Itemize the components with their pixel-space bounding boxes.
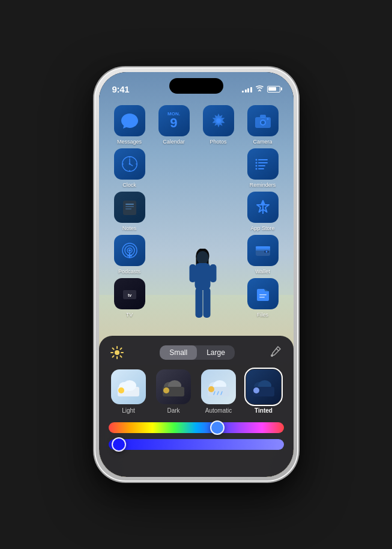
app-notes-label: Notes <box>122 225 137 231</box>
svg-point-63 <box>271 354 273 357</box>
svg-line-60 <box>120 348 121 350</box>
brightness-icon[interactable] <box>109 344 125 361</box>
dynamic-island <box>169 78 223 94</box>
app-row-2: Clock <box>107 148 285 188</box>
color-sliders <box>109 422 284 450</box>
screen: 9:41 <box>99 72 294 477</box>
svg-rect-46 <box>256 246 270 249</box>
app-files[interactable]: Files <box>243 278 283 318</box>
app-appstore-label: App Store <box>250 225 274 231</box>
saturation-slider-thumb[interactable] <box>112 437 126 452</box>
svg-point-53 <box>115 350 119 355</box>
status-icons <box>242 85 280 93</box>
app-messages-label: Messages <box>117 139 142 145</box>
svg-rect-27 <box>258 168 264 169</box>
svg-point-67 <box>118 387 124 393</box>
size-large-button[interactable]: Large <box>197 345 235 360</box>
signal-bar-4 <box>250 87 252 93</box>
app-tv-label: TV <box>126 312 133 318</box>
app-wallet-label: Wallet <box>255 268 270 274</box>
variant-light-icon <box>111 369 146 404</box>
svg-point-10 <box>216 118 221 123</box>
variant-auto-label: Automatic <box>205 407 232 414</box>
size-toggle: Small Large <box>160 345 235 360</box>
app-empty-3 <box>154 192 194 231</box>
variant-tinted-label: Tinted <box>255 407 273 414</box>
signal-bar-1 <box>242 91 244 93</box>
signal-bar-2 <box>245 89 247 93</box>
app-reminders[interactable]: Reminders <box>243 148 283 188</box>
app-empty-2 <box>199 148 238 188</box>
svg-rect-24 <box>258 159 268 160</box>
svg-line-58 <box>112 348 113 350</box>
app-calendar-label: Calendar <box>163 139 185 145</box>
size-small-button[interactable]: Small <box>160 345 197 360</box>
svg-point-31 <box>255 168 257 170</box>
app-photos-label: Photos <box>210 139 226 145</box>
app-camera-label: Camera <box>253 139 272 145</box>
svg-point-41 <box>128 249 131 252</box>
variant-light-card[interactable]: Light <box>109 369 149 414</box>
app-notes[interactable]: Notes <box>110 192 149 231</box>
svg-line-61 <box>112 356 113 357</box>
svg-point-19 <box>128 163 130 165</box>
svg-rect-32 <box>123 201 136 215</box>
svg-rect-26 <box>258 165 265 166</box>
app-empty-6 <box>199 235 238 274</box>
variant-dark-label: Dark <box>167 407 179 414</box>
svg-point-30 <box>255 165 257 167</box>
svg-rect-14 <box>260 115 266 118</box>
phone-device: 9:41 <box>94 67 298 482</box>
svg-rect-34 <box>125 206 134 207</box>
app-wallet[interactable]: Wallet <box>243 235 283 274</box>
app-empty-5 <box>154 235 194 274</box>
hue-slider-thumb[interactable] <box>210 420 225 435</box>
app-photos[interactable]: Photos <box>199 105 238 145</box>
signal-bar-3 <box>247 88 249 93</box>
variant-dark-card[interactable]: Dark <box>154 369 194 414</box>
phone-inner: 9:41 <box>99 72 294 477</box>
svg-rect-33 <box>125 204 134 205</box>
app-tv[interactable]: tv TV <box>110 278 149 318</box>
app-podcasts[interactable]: Podcasts <box>110 235 149 274</box>
app-camera[interactable]: Camera <box>243 105 283 145</box>
svg-rect-52 <box>259 297 265 298</box>
hue-slider[interactable] <box>109 422 284 433</box>
app-row-4: Podcasts <box>107 235 285 274</box>
app-calendar[interactable]: MON. 9 Calendar <box>154 105 194 145</box>
app-empty-4 <box>199 192 238 231</box>
variant-tinted-card[interactable]: Tinted <box>244 369 284 414</box>
svg-point-15 <box>267 118 268 120</box>
app-clock[interactable]: Clock <box>110 148 149 188</box>
variant-tinted-icon <box>246 369 281 404</box>
svg-rect-51 <box>259 294 267 296</box>
app-reminders-label: Reminders <box>250 182 276 188</box>
app-row-1: Messages MON. 9 Calendar <box>107 105 285 145</box>
eyedropper-icon[interactable] <box>270 345 284 360</box>
app-empty-8 <box>199 278 238 318</box>
variant-auto-card[interactable]: Automatic <box>199 369 239 414</box>
panel-top-row: Small Large <box>109 344 284 361</box>
battery-icon <box>267 86 280 93</box>
variant-light-label: Light <box>122 407 135 414</box>
variant-auto-icon <box>201 369 236 404</box>
svg-point-71 <box>163 387 169 393</box>
variant-dark-icon <box>156 369 191 404</box>
app-messages[interactable]: Messages <box>110 105 149 145</box>
svg-rect-25 <box>258 162 268 163</box>
svg-text:tv: tv <box>127 293 131 297</box>
icon-variants: Light Dark <box>109 369 284 414</box>
app-appstore[interactable]: App Store <box>243 192 283 231</box>
app-files-label: Files <box>257 312 268 318</box>
app-clock-label: Clock <box>122 182 136 188</box>
svg-point-75 <box>208 386 214 392</box>
app-empty-7 <box>154 278 194 318</box>
svg-line-62 <box>276 348 279 351</box>
signal-bars <box>242 86 252 93</box>
svg-point-66 <box>123 380 136 391</box>
svg-point-82 <box>253 387 259 393</box>
saturation-slider[interactable] <box>109 439 284 450</box>
app-grid: Messages MON. 9 Calendar <box>99 105 294 321</box>
app-podcasts-label: Podcasts <box>118 268 140 274</box>
app-row-5: tv TV <box>107 278 285 318</box>
